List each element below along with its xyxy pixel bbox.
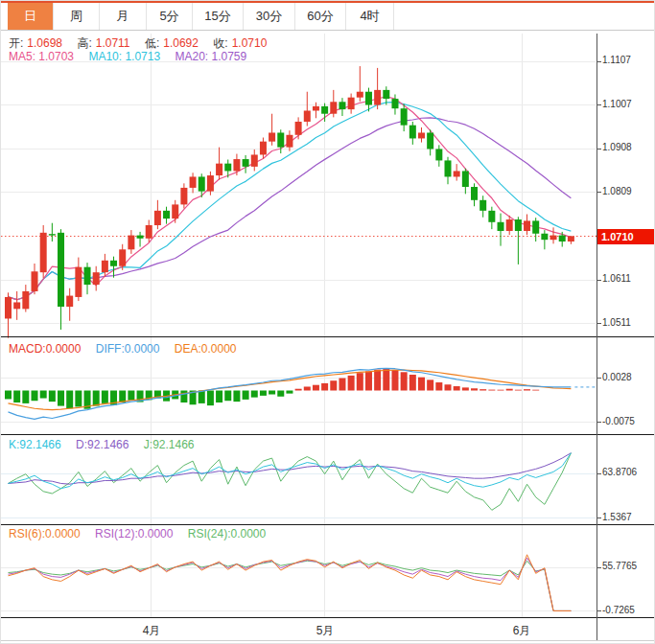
diff-value: DIFF:0.0000: [96, 342, 160, 356]
macd-header: MACD:0.0000 DIFF:0.0000 DEA:0.0000: [9, 342, 240, 356]
top-accent-line: [1, 1, 655, 3]
tab-15min[interactable]: 15分: [193, 3, 244, 30]
tab-4hour[interactable]: 4时: [346, 3, 394, 30]
x-axis-month-label: 4月: [132, 623, 171, 639]
low-value: 1.0692: [163, 36, 199, 50]
timeframe-tabbar: 日 周 月 5分 15分 30分 60分 4时: [1, 3, 655, 31]
tab-5min[interactable]: 5分: [147, 3, 193, 30]
macd-axis-label: -0.0075: [602, 416, 654, 426]
kdj-axis-label: 63.8706: [602, 467, 654, 477]
rsi6-value: RSI(6):0.0000: [9, 527, 81, 540]
high-label: 高:: [77, 36, 91, 50]
price-axis-label: 1.0511: [602, 317, 654, 328]
rsi-axis-label: 55.7765: [602, 561, 654, 571]
trading-chart-app: 日 周 月 5分 15分 30分 60分 4时 开:1.0698 高:1.071…: [0, 0, 655, 644]
rsi-axis-label: -0.7265: [602, 605, 654, 615]
macd-axis-label: 0.0028: [602, 372, 654, 382]
tab-60min[interactable]: 60分: [295, 3, 346, 30]
low-label: 低:: [145, 36, 159, 50]
k-value: K:92.1466: [9, 438, 61, 451]
price-axis-label: 1.1007: [602, 99, 654, 109]
high-value: 1.0711: [96, 36, 130, 50]
x-axis-month-label: 6月: [503, 623, 541, 639]
x-axis-month-label: 5月: [306, 623, 344, 639]
current-price-badge: 1.0710: [597, 229, 655, 244]
open-value: 1.0698: [27, 36, 62, 50]
tab-day[interactable]: 日: [8, 3, 54, 30]
chart-canvas[interactable]: [1, 1, 655, 644]
close-value: 1.0710: [232, 36, 268, 50]
d-value: D:92.1466: [76, 438, 129, 451]
kdj-axis-label: 1.5367: [602, 512, 654, 522]
price-axis-label: 1.1107: [602, 55, 654, 65]
price-axis-label: 1.0908: [602, 142, 654, 152]
macd-value: MACD:0.0000: [9, 342, 81, 356]
j-value: J:92.1466: [144, 438, 195, 451]
tab-month[interactable]: 月: [100, 3, 147, 30]
tab-week[interactable]: 周: [54, 3, 100, 30]
ma10-value: MA10: 1.0713: [88, 50, 160, 63]
ma-header: MA5: 1.0703 MA10: 1.0713 MA20: 1.0759: [9, 50, 250, 63]
dea-value: DEA:0.0000: [175, 342, 237, 356]
price-axis-label: 1.0611: [602, 273, 654, 284]
open-label: 开:: [9, 36, 23, 50]
rsi24-value: RSI(24):0.0000: [188, 527, 266, 540]
price-axis-label: 1.0809: [602, 186, 654, 196]
tab-30min[interactable]: 30分: [244, 3, 295, 30]
ma5-value: MA5: 1.0703: [9, 50, 74, 63]
close-label: 收:: [213, 36, 227, 50]
ma20-value: MA20: 1.0759: [175, 50, 246, 63]
rsi12-value: RSI(12):0.0000: [95, 527, 173, 540]
kdj-header: K:92.1466 D:92.1466 J:92.1466: [9, 438, 199, 451]
rsi-header: RSI(6):0.0000 RSI(12):0.0000 RSI(24):0.0…: [9, 527, 269, 540]
